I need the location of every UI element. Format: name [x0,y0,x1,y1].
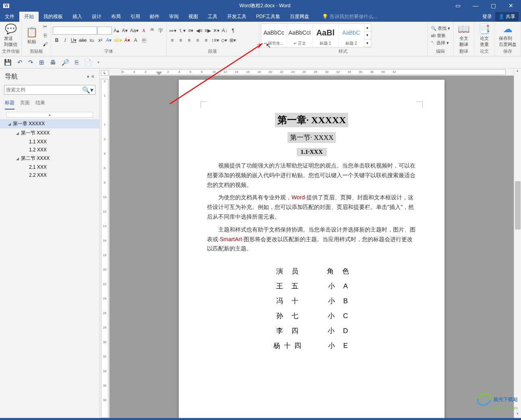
save-icon[interactable]: 💾 [4,59,12,66]
phonetic-icon[interactable]: ⺷ [148,27,156,35]
ribbon-options-icon[interactable]: ▭ [449,0,466,11]
indent-marker-icon[interactable] [156,72,162,76]
tab-file[interactable]: 文件 [0,12,19,22]
align-right-icon[interactable]: ≡ [185,36,193,44]
show-marks-icon[interactable]: ¶ [229,27,237,35]
style-scroll[interactable]: ▴▾▾ [364,24,371,47]
tree-item[interactable]: 1.1 XXX [0,138,99,146]
format-painter-icon[interactable]: 🖌 [41,40,49,48]
nav-collapse-button[interactable]: ▲ [6,112,93,118]
change-case-icon[interactable]: Aa▾ [129,27,139,35]
tab-developer[interactable]: 开发工具 [222,12,251,22]
undo-icon[interactable]: ↶ [17,59,23,66]
italic-button[interactable]: I [61,36,69,44]
search-icon[interactable]: 🔍▾ [82,86,93,94]
font-color-icon[interactable]: A▾ [123,36,131,44]
tab-tools[interactable]: 工具 [203,12,222,22]
underline-button[interactable]: U▾ [70,36,78,44]
style-item[interactable]: AaBbC标题 2 [339,24,364,47]
style-gallery[interactable]: AaBbCc↵ 研究生... AaBbCcI↵ 正文 AaBl标题 1 AaBb… [261,23,371,48]
multilevel-icon[interactable]: ≡▾ [187,27,195,35]
new-doc-icon[interactable]: ⎘ [75,59,79,66]
enclose-char-icon[interactable]: ㊥ [140,36,148,44]
style-item[interactable]: AaBbCcI↵ 正文 [287,24,313,47]
cut-icon[interactable]: ✂ [41,23,49,31]
login-link[interactable]: 登录 [482,13,492,20]
tab-layout[interactable]: 布局 [106,12,126,22]
nav-search-input[interactable] [6,87,82,93]
nav-tab-pages[interactable]: 页面 [20,99,30,110]
subscript-button[interactable]: x₂ [88,36,96,44]
tree-item[interactable]: ◢第一节 XXXX [0,128,99,138]
numbering-icon[interactable]: ⒈▾ [178,27,186,35]
superscript-button[interactable]: x² [96,36,104,44]
replace-button[interactable]: ab 替换 [431,33,450,39]
nav-search-box[interactable]: 🔍▾ [4,85,95,95]
nav-tab-results[interactable]: 结果 [35,99,45,110]
scroll-thumb[interactable] [515,181,521,230]
shading-icon[interactable]: ◇▾ [220,36,228,44]
borders-icon[interactable]: ⊞▾ [229,36,237,44]
char-border-icon[interactable]: 字 [157,27,165,35]
table-icon[interactable]: ⊞ [39,59,44,66]
copy-icon[interactable]: ⎘ [41,31,49,39]
bullets-icon[interactable]: ≔▾ [168,27,177,35]
print-preview-icon[interactable]: 🔎 [62,59,69,66]
minimize-icon[interactable]: — [467,0,484,11]
baidu-save-button[interactable]: ☁保存到 百度网盘 [496,23,519,48]
font-family-input[interactable] [53,27,97,35]
shrink-font-icon[interactable]: A▾ [121,27,129,35]
tree-item[interactable]: 2.1 XXX [0,163,99,171]
nav-close-icon[interactable]: ✕ [91,74,95,79]
share-button[interactable]: 👤 共享 [495,12,519,21]
style-item[interactable]: AaBbCc↵ 研究生... [261,24,287,47]
grow-font-icon[interactable]: A▴ [112,27,120,35]
font-size-input[interactable] [97,27,112,35]
vertical-scrollbar[interactable]: ▴ ▾ [514,68,521,418]
increase-indent-icon[interactable]: ≡▶ [204,27,212,35]
tree-item[interactable]: 1.2 XXX [0,146,99,154]
justify-icon[interactable]: ≡ [194,36,202,44]
select-button[interactable]: ↖ 选择 ▾ [431,40,450,46]
translate-button[interactable]: 📖全文 翻译 [455,23,472,48]
sort-icon[interactable]: A↓ [221,27,229,35]
strike-button[interactable]: abc [78,36,87,44]
tree-item[interactable]: ◢第二节 XXXX [0,154,99,163]
redo-icon[interactable]: ↷ [28,59,33,66]
docsearch-button[interactable]: 📑论文 查重 [476,23,493,48]
distributed-icon[interactable]: ≡ [202,36,210,44]
tab-pdf[interactable]: PDF工具集 [251,12,285,22]
bold-button[interactable]: B [53,36,61,44]
tab-view[interactable]: 视图 [184,12,203,22]
tab-references[interactable]: 引用 [126,12,145,22]
tree-item[interactable]: 2.2 XXX [0,171,99,179]
clear-format-icon[interactable]: Ａ [140,27,148,35]
align-left-icon[interactable]: ≡ [168,36,176,44]
nav-dropdown-icon[interactable]: ▾ [87,74,89,79]
close-icon[interactable]: ✕ [502,0,519,11]
line-spacing-icon[interactable]: ↕≡▾ [211,36,220,44]
tab-insert[interactable]: 插入 [68,12,87,22]
tell-me-search[interactable]: 💡 告诉我您想要做什么... [322,13,377,20]
read-mode-icon[interactable]: 📄 [84,59,92,66]
tab-review[interactable]: 审阅 [164,12,184,22]
asian-layout-icon[interactable]: ✕▾ [212,27,220,35]
nav-tab-headings[interactable]: 标题 [5,99,14,110]
document-scroll[interactable]: 第一章· XXXXX 第一节· XXXX 1.1·XXX 视频提供了功能强大的方… [110,76,514,418]
tab-mytemplate[interactable]: 我的模板 [39,12,68,22]
text-effects-icon[interactable]: A▾ [105,36,113,44]
char-shading-icon[interactable]: A [132,36,140,44]
tab-home[interactable]: 开始 [19,12,39,22]
tab-design[interactable]: 设计 [87,12,106,22]
print-icon[interactable]: 🖶 [50,59,56,66]
tab-mailings[interactable]: 邮件 [145,12,164,22]
maximize-icon[interactable]: ▢ [485,0,502,11]
align-center-icon[interactable]: ≡ [177,36,185,44]
qat-more-icon[interactable]: ▾ [97,60,99,64]
tree-item[interactable]: ◢第一章 XXXXX [0,119,99,128]
decrease-indent-icon[interactable]: ◀≡ [195,27,203,35]
paste-button[interactable]: 📋 粘贴 [23,26,40,46]
find-button[interactable]: 🔍 查找 ▾ [431,25,450,31]
highlight-icon[interactable]: ab▾ [113,36,122,44]
style-item[interactable]: AaBl标题 1 [313,24,339,47]
